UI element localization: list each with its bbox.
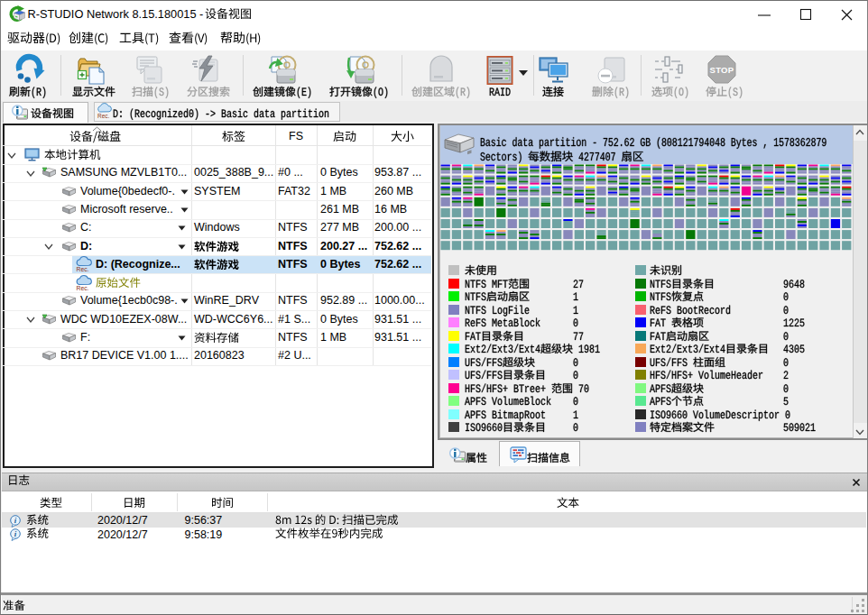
- svg-text:Rec.: Rec.: [77, 285, 89, 291]
- svg-text:Rec.: Rec.: [77, 266, 89, 272]
- svg-text:STOP: STOP: [710, 65, 734, 75]
- svg-text:Rec.: Rec.: [97, 113, 110, 119]
